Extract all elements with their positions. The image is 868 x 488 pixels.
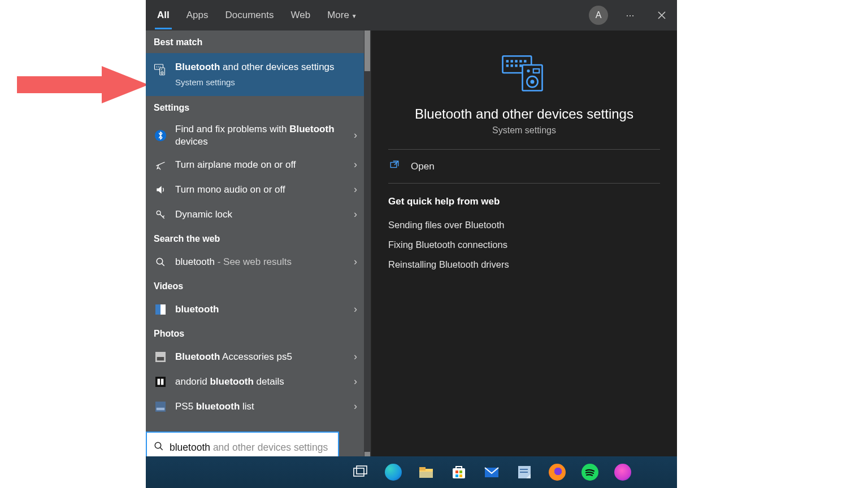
taskbar-mail[interactable] <box>480 461 503 483</box>
svg-rect-44 <box>453 468 465 478</box>
settings-item-label: Turn mono audio on or off <box>175 184 346 196</box>
settings-item-bt-troubleshoot[interactable]: Find and fix problems with Bluetooth dev… <box>146 119 371 152</box>
section-videos: Videos <box>146 274 371 297</box>
svg-marker-0 <box>17 66 149 103</box>
settings-item-label: Dynamic lock <box>175 208 346 221</box>
user-avatar[interactable]: A <box>589 6 608 25</box>
best-match-title-bold: Bluetooth <box>175 62 220 72</box>
preview-title: Bluetooth and other devices settings <box>388 106 660 122</box>
svg-rect-27 <box>524 60 526 62</box>
chevron-right-icon: › <box>354 184 363 195</box>
section-search-web: Search the web <box>146 227 371 250</box>
svg-rect-31 <box>519 64 522 67</box>
taskbar-task-view[interactable] <box>349 461 372 483</box>
video-result-item[interactable]: bluetooth › <box>146 297 371 322</box>
best-match-subtitle: System settings <box>175 77 363 88</box>
svg-point-11 <box>157 258 163 264</box>
close-button[interactable] <box>652 6 671 25</box>
tab-more-label: More <box>327 10 349 20</box>
photo-result-item[interactable]: Bluetooth Accessories ps5 › <box>146 345 371 369</box>
section-best-match: Best match <box>146 30 371 53</box>
help-link[interactable]: Fixing Bluetooth connections <box>388 235 660 255</box>
photo-thumb-icon <box>154 352 167 362</box>
svg-rect-13 <box>155 304 160 315</box>
tab-documents[interactable]: Documents <box>223 3 276 28</box>
settings-item-airplane[interactable]: Turn airplane mode on or off › <box>146 152 371 177</box>
web-result-label: bluetooth - See web results <box>175 256 346 268</box>
help-link[interactable]: Reinstalling Bluetooth drivers <box>388 255 660 274</box>
help-header: Get quick help from web <box>388 196 660 207</box>
svg-rect-29 <box>510 64 513 67</box>
search-tabbar: All Apps Documents Web More▼ A ··· <box>146 0 677 30</box>
open-action[interactable]: Open <box>388 150 660 183</box>
taskbar-ms-store[interactable] <box>448 461 470 483</box>
svg-rect-38 <box>390 163 397 168</box>
tab-web[interactable]: Web <box>288 3 313 28</box>
svg-rect-47 <box>455 474 458 477</box>
svg-point-8 <box>161 69 162 70</box>
section-photos: Photos <box>146 322 371 345</box>
chevron-right-icon: › <box>354 400 363 412</box>
svg-rect-20 <box>157 408 164 411</box>
svg-point-4 <box>160 67 161 68</box>
svg-rect-15 <box>157 357 164 360</box>
speaker-icon <box>154 184 167 195</box>
chevron-right-icon: › <box>354 303 363 315</box>
tab-all[interactable]: All <box>155 3 172 28</box>
taskbar <box>146 456 677 488</box>
svg-point-21 <box>155 442 161 448</box>
chevron-right-icon: › <box>354 256 363 268</box>
svg-point-2 <box>157 67 158 68</box>
taskbar-app[interactable] <box>611 461 634 483</box>
taskbar-sticky-notes[interactable] <box>513 461 536 483</box>
taskbar-edge[interactable] <box>382 461 405 483</box>
search-icon <box>154 441 164 454</box>
svg-rect-28 <box>506 64 508 67</box>
svg-rect-39 <box>354 468 364 476</box>
svg-rect-25 <box>515 60 517 62</box>
svg-point-36 <box>527 69 530 72</box>
help-link[interactable]: Sending files over Bluetooth <box>388 215 660 235</box>
open-label: Open <box>411 161 435 172</box>
chevron-down-icon: ▼ <box>351 13 357 19</box>
preview-subtitle: System settings <box>388 125 660 136</box>
svg-rect-45 <box>455 470 458 473</box>
close-icon <box>657 11 666 20</box>
svg-rect-46 <box>459 470 462 473</box>
video-result-label: bluetooth <box>175 303 346 316</box>
svg-rect-30 <box>515 64 517 67</box>
bluetooth-icon <box>154 129 167 142</box>
best-match-title-rest: and other devices settings <box>220 62 334 72</box>
svg-rect-51 <box>520 469 528 470</box>
photo-result-label: andorid bluetooth details <box>175 376 346 388</box>
settings-item-mono-audio[interactable]: Turn mono audio on or off › <box>146 177 371 202</box>
airplane-icon <box>154 159 167 171</box>
annotation-arrow-icon <box>17 65 150 104</box>
photo-result-item[interactable]: PS5 bluetooth list › <box>146 394 371 419</box>
web-result-item[interactable]: bluetooth - See web results › <box>146 250 371 274</box>
photo-thumb-icon <box>154 402 167 412</box>
chevron-right-icon: › <box>354 208 363 220</box>
more-options-button[interactable]: ··· <box>620 6 640 25</box>
svg-point-10 <box>157 211 160 215</box>
photo-result-item[interactable]: andorid bluetooth details › <box>146 369 371 394</box>
taskbar-file-explorer[interactable] <box>415 461 437 483</box>
tab-more[interactable]: More▼ <box>325 3 359 28</box>
settings-item-label: Find and fix problems with Bluetooth dev… <box>175 123 346 148</box>
best-match-item[interactable]: Bluetooth and other devices settings Sys… <box>146 53 371 96</box>
preview-devices-icon <box>388 53 660 93</box>
taskbar-firefox[interactable] <box>546 461 568 483</box>
svg-point-3 <box>158 67 159 68</box>
chevron-right-icon: › <box>354 351 363 363</box>
open-icon <box>389 160 401 173</box>
tab-apps[interactable]: Apps <box>184 3 211 28</box>
svg-rect-52 <box>520 472 528 473</box>
results-scrollbar[interactable] <box>364 30 371 463</box>
taskbar-spotify[interactable] <box>579 461 601 483</box>
key-icon <box>154 209 167 220</box>
search-window: All Apps Documents Web More▼ A ··· Best … <box>146 0 677 463</box>
settings-item-label: Turn airplane mode on or off <box>175 159 346 171</box>
settings-item-dynamic-lock[interactable]: Dynamic lock › <box>146 202 371 227</box>
search-icon <box>154 257 167 267</box>
section-settings: Settings <box>146 96 371 119</box>
